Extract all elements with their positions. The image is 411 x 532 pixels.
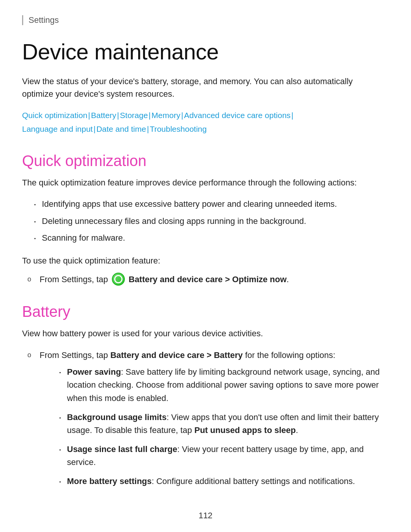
nav-link-language[interactable]: Language and input xyxy=(22,125,93,133)
battery-intro: View how battery power is used for your … xyxy=(22,327,380,340)
battery-step-suffix: for the following options: xyxy=(245,350,335,360)
sub-bullet-bold: Usage since last full charge xyxy=(67,444,177,454)
quick-optimization-steps: From Settings, tap Battery and device ca… xyxy=(22,273,389,286)
bullet-item: Identifying apps that use excessive batt… xyxy=(33,198,389,211)
nav-links: Quick optimization|Battery|Storage|Memor… xyxy=(22,109,389,136)
page-title: Device maintenance xyxy=(22,39,389,64)
nav-link-memory[interactable]: Memory xyxy=(151,111,180,120)
quick-optimization-bullets: Identifying apps that use excessive batt… xyxy=(22,198,389,244)
nav-link-quick-optimization[interactable]: Quick optimization xyxy=(22,111,88,120)
nav-link-storage[interactable]: Storage xyxy=(120,111,148,120)
page-number: 112 xyxy=(22,511,389,521)
step-prefix: From Settings, tap xyxy=(40,275,108,284)
sub-bullet-bold: Background usage limits xyxy=(67,412,167,422)
nav-link-date[interactable]: Date and time xyxy=(96,125,146,133)
sub-bullet-usage-since: Usage since last full charge: View your … xyxy=(59,443,389,469)
sub-bullet-background-usage: Background usage limits: View apps that … xyxy=(59,411,389,437)
step-item: From Settings, tap Battery and device ca… xyxy=(26,273,389,286)
sub-bullet-more-settings: More battery settings: Configure additio… xyxy=(59,475,389,488)
intro-text: View the status of your device's battery… xyxy=(22,75,380,100)
nav-link-battery[interactable]: Battery xyxy=(91,111,116,120)
settings-icon-badge xyxy=(112,273,125,286)
quick-optimization-intro: The quick optimization feature improves … xyxy=(22,176,380,189)
sub-bullet-bold: Power saving xyxy=(67,367,121,377)
sub-bullet-bold: More battery settings xyxy=(67,476,152,486)
sub-bullet-trailing-bold: Put unused apps to sleep xyxy=(194,425,296,435)
nav-link-advanced[interactable]: Advanced device care options xyxy=(184,111,290,120)
sub-bullet-power-saving: Power saving: Save battery life by limit… xyxy=(59,366,389,404)
battery-step-item: From Settings, tap Battery and device ca… xyxy=(26,348,389,488)
bullet-item: Deleting unnecessary files and closing a… xyxy=(33,215,389,228)
battery-sub-bullets: Power saving: Save battery life by limit… xyxy=(40,366,389,488)
nav-link-troubleshooting[interactable]: Troubleshooting xyxy=(150,125,207,133)
sub-bullet-text: : Configure additional battery settings … xyxy=(152,476,355,486)
battery-step-bold: Battery and device care > Battery xyxy=(110,350,243,360)
step-suffix: . xyxy=(287,275,289,284)
breadcrumb: Settings xyxy=(22,15,389,25)
battery-step-prefix: From Settings, tap xyxy=(40,350,108,360)
battery-steps: From Settings, tap Battery and device ca… xyxy=(22,348,389,488)
section-title-battery: Battery xyxy=(22,303,389,320)
section-title-quick-optimization: Quick optimization xyxy=(22,152,389,169)
step-bold: Battery and device care > Optimize now xyxy=(129,275,287,284)
bullet-item: Scanning for malware. xyxy=(33,232,389,244)
sub-bullet-trailing: . xyxy=(296,425,298,435)
use-text: To use the quick optimization feature: xyxy=(22,254,389,267)
